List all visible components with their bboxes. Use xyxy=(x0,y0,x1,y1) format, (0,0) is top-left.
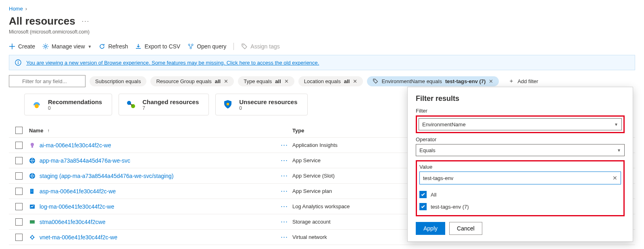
card-title: Recommendations xyxy=(48,98,102,105)
info-icon xyxy=(15,59,21,66)
resource-link[interactable]: stma006e41fe30c44f2cwe xyxy=(40,219,105,225)
row-more-button[interactable]: ··· xyxy=(276,202,292,211)
svg-rect-14 xyxy=(31,146,33,148)
svg-point-3 xyxy=(190,47,192,49)
card-unsecure-resources[interactable]: Unsecure resources 0 xyxy=(215,94,307,115)
row-checkbox[interactable] xyxy=(15,172,23,180)
clear-icon[interactable]: ✕ xyxy=(613,175,617,181)
open-query-label: Open query xyxy=(197,43,226,50)
option-all-label: All xyxy=(431,192,436,198)
value-input[interactable]: test-tags-env ✕ xyxy=(419,172,621,184)
select-all-checkbox[interactable] xyxy=(15,127,23,134)
manage-view-button[interactable]: Manage view ▼ xyxy=(42,43,92,50)
row-more-button[interactable]: ··· xyxy=(276,172,292,180)
banner-link[interactable]: You are viewing a new version of Browse … xyxy=(26,60,319,66)
card-value: 7 xyxy=(142,105,199,111)
card-recommendations[interactable]: Recommendations 0 xyxy=(24,94,112,115)
row-checkbox[interactable] xyxy=(15,203,23,210)
resource-link[interactable]: staging (app-ma-a73a8544a45d476a-we-svc/… xyxy=(40,173,173,179)
chevron-down-icon: ▼ xyxy=(614,122,618,127)
pill-label: Type equals xyxy=(244,78,272,84)
checkbox-checked-icon[interactable] xyxy=(419,203,427,210)
filter-pill-type[interactable]: Type equals all ✕ xyxy=(238,76,294,86)
pill-value: test-tags-env (7) xyxy=(445,78,486,84)
svg-point-1 xyxy=(188,44,190,46)
row-checkbox[interactable] xyxy=(15,234,23,241)
svg-point-9 xyxy=(35,104,39,108)
svg-point-4 xyxy=(243,45,244,46)
svg-point-13 xyxy=(31,143,34,146)
operator-field-label: Operator xyxy=(416,136,625,142)
info-banner: You are viewing a new version of Browse … xyxy=(9,55,635,70)
card-title: Unsecure resources xyxy=(239,98,297,105)
shield-icon xyxy=(221,98,234,111)
more-actions-button[interactable]: ··· xyxy=(82,18,90,25)
row-checkbox[interactable] xyxy=(15,142,23,149)
option-env-label: test-tags-env (7) xyxy=(431,204,469,210)
filter-text-input[interactable] xyxy=(9,75,85,87)
svg-point-8 xyxy=(374,80,375,81)
svg-rect-19 xyxy=(31,191,33,192)
filter-pill-environment[interactable]: EnvironmentName equals test-tags-env (7)… xyxy=(367,76,499,86)
manage-view-label: Manage view xyxy=(52,43,85,50)
close-icon[interactable]: ✕ xyxy=(224,78,228,84)
export-csv-button[interactable]: Export to CSV xyxy=(135,43,180,50)
filter-field-label: Filter xyxy=(416,108,625,114)
operator-select[interactable]: Equals ▼ xyxy=(416,144,625,156)
chevron-down-icon: ▼ xyxy=(617,148,621,153)
svg-rect-7 xyxy=(18,62,18,64)
close-icon[interactable]: ✕ xyxy=(353,78,357,84)
card-changed-resources[interactable]: Changed resources 7 xyxy=(119,94,209,115)
option-all[interactable]: All xyxy=(419,188,621,201)
chevron-down-icon: ▼ xyxy=(88,44,92,49)
close-icon[interactable]: ✕ xyxy=(284,78,289,84)
cancel-button[interactable]: Cancel xyxy=(449,222,482,235)
filter-type-value: EnvironmentName xyxy=(422,121,466,128)
assign-tags-button[interactable]: Assign tags xyxy=(241,43,279,50)
tag-icon xyxy=(241,43,248,50)
row-more-button[interactable]: ··· xyxy=(276,233,292,241)
breadcrumb-home[interactable]: Home xyxy=(9,6,23,12)
add-filter-button[interactable]: ＋ Add filter xyxy=(503,75,544,87)
card-value: 0 xyxy=(48,105,102,111)
gear-icon xyxy=(42,43,49,50)
resource-link[interactable]: ai-ma-006e41fe30c44f2c-we xyxy=(40,142,111,149)
column-header-name[interactable]: Name ↑ xyxy=(29,128,276,134)
option-test-tags-env[interactable]: test-tags-env (7) xyxy=(419,201,621,213)
svg-point-2 xyxy=(192,44,193,46)
resource-link[interactable]: asp-ma-006e41fe30c44f2c-we xyxy=(40,188,116,195)
row-more-button[interactable]: ··· xyxy=(276,187,292,195)
refresh-button[interactable]: Refresh xyxy=(99,43,128,50)
resource-link[interactable]: app-ma-a73a8544a45d476a-we-svc xyxy=(40,157,130,164)
row-more-button[interactable]: ··· xyxy=(276,141,292,149)
row-checkbox[interactable] xyxy=(15,218,23,226)
checkbox-checked-icon[interactable] xyxy=(419,191,427,198)
pill-label: Location equals xyxy=(304,78,341,84)
card-value: 0 xyxy=(239,105,297,111)
popover-title: Filter results xyxy=(416,94,625,103)
row-more-button[interactable]: ··· xyxy=(276,156,292,165)
close-icon[interactable]: ✕ xyxy=(489,78,493,84)
toolbar-divider xyxy=(233,43,234,50)
filter-pill-resource-group[interactable]: Resource Group equals all ✕ xyxy=(150,76,234,86)
row-checkbox[interactable] xyxy=(15,157,23,164)
row-checkbox[interactable] xyxy=(15,188,23,195)
breadcrumb: Home › xyxy=(0,0,644,14)
resource-link[interactable]: log-ma-006e41fe30c44f2c-we xyxy=(40,203,114,210)
assign-tags-label: Assign tags xyxy=(250,43,279,50)
row-more-button[interactable]: ··· xyxy=(276,218,292,226)
filter-type-select[interactable]: EnvironmentName ▼ xyxy=(419,118,622,130)
filter-pill-subscription[interactable]: Subscription equals xyxy=(90,76,146,86)
plus-icon: ＋ xyxy=(509,77,514,85)
chevron-right-icon: › xyxy=(25,6,27,12)
pill-value: all xyxy=(344,78,350,84)
changed-icon xyxy=(125,98,138,111)
resource-link[interactable]: vnet-ma-006e41fe30c44f2c-we xyxy=(40,234,117,241)
recommendation-icon xyxy=(30,98,43,111)
pill-label: Resource Group equals xyxy=(156,78,211,84)
filter-pill-location[interactable]: Location equals all ✕ xyxy=(298,76,363,86)
pill-label: EnvironmentName equals xyxy=(381,78,442,84)
apply-button[interactable]: Apply xyxy=(416,222,445,235)
open-query-button[interactable]: Open query xyxy=(188,43,226,50)
create-button[interactable]: Create xyxy=(9,43,35,50)
